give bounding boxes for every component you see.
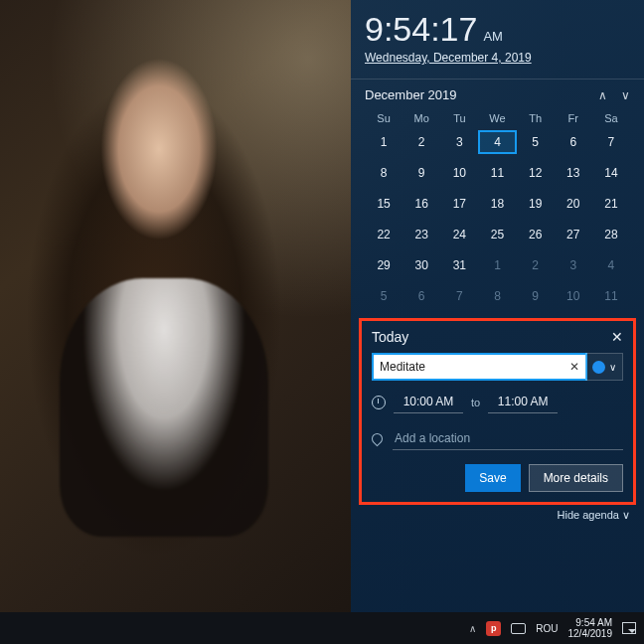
- clock-icon: [372, 396, 386, 409]
- location-pin-icon: [370, 431, 386, 447]
- calendar-day[interactable]: 9: [517, 284, 555, 308]
- calendar-day-today[interactable]: 4: [478, 130, 516, 154]
- calendar-day[interactable]: 8: [478, 284, 516, 308]
- calendar-day[interactable]: 18: [478, 192, 516, 216]
- calendar-day[interactable]: 7: [440, 284, 478, 308]
- calendar-color-picker[interactable]: ∨: [585, 353, 623, 381]
- calendar-day[interactable]: 1: [478, 253, 516, 277]
- weekday-label: Th: [517, 112, 555, 124]
- calendar-day[interactable]: 31: [440, 253, 478, 277]
- weekday-label: Su: [365, 112, 402, 124]
- weekday-label: We: [478, 112, 516, 124]
- tray-app-icon[interactable]: p: [486, 621, 501, 636]
- calendar-day[interactable]: 14: [592, 161, 630, 185]
- chevron-down-icon: ∨: [609, 362, 616, 373]
- agenda-heading: Today: [372, 329, 408, 345]
- clock-ampm: AM: [483, 29, 503, 44]
- hide-agenda-toggle[interactable]: Hide agenda ∨: [365, 509, 630, 522]
- taskbar: ∧ p ROU 9:54 AM 12/4/2019: [0, 612, 644, 644]
- calendar-day[interactable]: 11: [478, 161, 516, 185]
- weekday-label: Tu: [440, 112, 478, 124]
- clock-calendar-flyout: 9:54:17 AM Wednesday, December 4, 2019 D…: [351, 0, 644, 612]
- calendar-day[interactable]: 25: [478, 223, 516, 246]
- weekday-header: SuMoTuWeThFrSa: [365, 112, 630, 124]
- more-details-button[interactable]: More details: [529, 464, 623, 492]
- calendar-day[interactable]: 2: [402, 130, 440, 154]
- month-label[interactable]: December 2019: [365, 87, 457, 102]
- calendar-day[interactable]: 23: [402, 223, 440, 246]
- calendar-day[interactable]: 2: [517, 253, 555, 277]
- weekday-label: Sa: [592, 112, 630, 124]
- calendar-day[interactable]: 3: [555, 253, 592, 277]
- calendar-day[interactable]: 8: [365, 161, 402, 185]
- tray-overflow-icon[interactable]: ∧: [469, 623, 476, 634]
- calendar-day[interactable]: 3: [440, 130, 478, 154]
- weekday-label: Mo: [402, 112, 440, 124]
- calendar-day[interactable]: 21: [592, 192, 630, 216]
- location-input[interactable]: [393, 427, 623, 450]
- save-button[interactable]: Save: [465, 464, 520, 492]
- clear-title-icon[interactable]: ✕: [569, 360, 579, 374]
- calendar-day[interactable]: 17: [440, 192, 478, 216]
- calendar-day[interactable]: 7: [592, 130, 630, 154]
- taskbar-time: 9:54 AM: [568, 617, 613, 629]
- calendar-day[interactable]: 10: [440, 161, 478, 185]
- calendar-day[interactable]: 24: [440, 223, 478, 246]
- weekday-label: Fr: [555, 112, 592, 124]
- clock-time: 9:54:17: [365, 10, 477, 49]
- calendar-day[interactable]: 20: [555, 192, 592, 216]
- calendar-day[interactable]: 12: [517, 161, 555, 185]
- calendar-day[interactable]: 26: [517, 223, 555, 246]
- event-title-input[interactable]: [372, 353, 587, 381]
- calendar-day[interactable]: 30: [402, 253, 440, 277]
- calendar-day[interactable]: 1: [365, 130, 402, 154]
- calendar-day[interactable]: 5: [517, 130, 555, 154]
- calendar-day[interactable]: 15: [365, 192, 402, 216]
- color-dot-icon: [592, 361, 605, 374]
- agenda-panel: Today ✕ ✕ ∨ to Save More details: [359, 318, 636, 505]
- calendar-day[interactable]: 22: [365, 223, 402, 246]
- prev-month-button[interactable]: ∧: [598, 88, 607, 102]
- calendar-day[interactable]: 11: [592, 284, 630, 308]
- close-icon[interactable]: ✕: [611, 329, 623, 345]
- month-header: December 2019 ∧ ∨: [365, 87, 630, 102]
- calendar-day[interactable]: 16: [402, 192, 440, 216]
- divider: [351, 79, 644, 80]
- calendar-day[interactable]: 6: [402, 284, 440, 308]
- action-center-icon[interactable]: [622, 622, 636, 634]
- calendar-day[interactable]: 5: [365, 284, 402, 308]
- calendar-day[interactable]: 6: [555, 130, 592, 154]
- calendar-day[interactable]: 10: [555, 284, 592, 308]
- clock-row: 9:54:17 AM: [365, 10, 630, 49]
- calendar-day[interactable]: 28: [592, 223, 630, 246]
- taskbar-date: 12/4/2019: [568, 628, 613, 640]
- calendar-day[interactable]: 4: [592, 253, 630, 277]
- end-time-input[interactable]: [488, 391, 558, 413]
- calendar-grid: 1234567891011121314151617181920212223242…: [365, 130, 630, 308]
- clock-date-link[interactable]: Wednesday, December 4, 2019: [365, 51, 630, 65]
- taskbar-clock[interactable]: 9:54 AM 12/4/2019: [568, 617, 613, 640]
- calendar-day[interactable]: 9: [402, 161, 440, 185]
- calendar-day[interactable]: 13: [555, 161, 592, 185]
- language-indicator[interactable]: ROU: [536, 623, 558, 634]
- touch-keyboard-icon[interactable]: [511, 623, 526, 634]
- next-month-button[interactable]: ∨: [621, 88, 630, 102]
- calendar-day[interactable]: 29: [365, 253, 402, 277]
- to-label: to: [471, 397, 480, 408]
- start-time-input[interactable]: [394, 391, 463, 413]
- calendar-day[interactable]: 19: [517, 192, 555, 216]
- chevron-down-icon: ∨: [622, 509, 630, 521]
- calendar-day[interactable]: 27: [555, 223, 592, 246]
